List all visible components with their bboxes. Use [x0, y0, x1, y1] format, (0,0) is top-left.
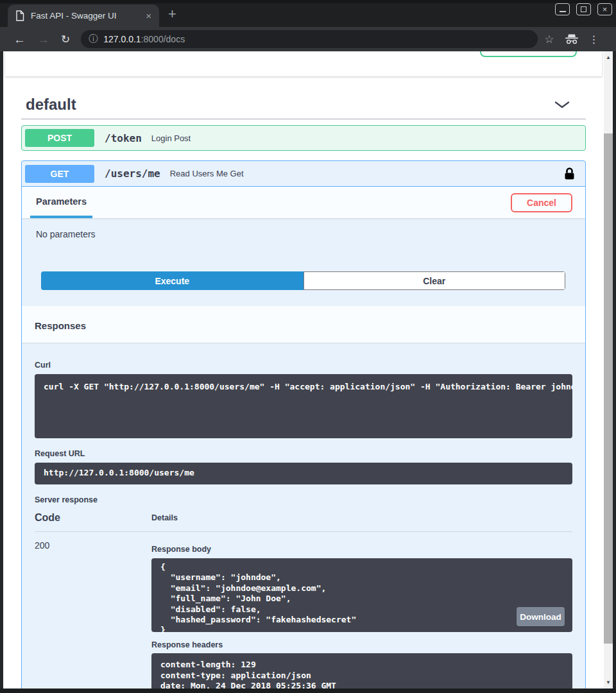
incognito-icon — [565, 34, 579, 44]
lock-icon[interactable] — [564, 167, 575, 180]
back-icon[interactable]: ← — [13, 33, 26, 46]
curl-label: Curl — [35, 361, 572, 370]
post-method-badge: POST — [25, 129, 94, 147]
site-info-icon[interactable]: ⓘ — [89, 33, 98, 45]
browser-tab[interactable]: Fast API - Swagger UI × — [8, 4, 159, 27]
forward-icon[interactable]: → — [37, 33, 49, 46]
code-column-header: Code — [35, 512, 151, 524]
status-code: 200 — [35, 540, 151, 689]
menu-dots-icon[interactable]: ⋮ — [589, 33, 599, 46]
page-scrollbar[interactable]: ▲ ▼ — [604, 51, 613, 689]
tag-title: default — [26, 96, 554, 114]
new-tab-button[interactable]: + — [168, 6, 176, 22]
response-headers-block: content-length: 129 content-type: applic… — [151, 653, 572, 689]
response-body-line: } — [160, 625, 563, 635]
minimize-button[interactable] — [555, 3, 570, 15]
window-bottom-border — [0, 689, 616, 693]
scroll-up-icon[interactable]: ▲ — [604, 55, 613, 60]
scrollbar-thumb[interactable] — [604, 133, 613, 644]
authorize-button[interactable] — [480, 51, 577, 57]
address-bar[interactable]: ⓘ 127.0.0.1 :8000/docs — [81, 30, 538, 48]
close-button[interactable]: × — [597, 3, 612, 15]
scheme-container — [5, 51, 602, 76]
response-body-line: "username": "johndoe", — [160, 572, 563, 583]
curl-command-block: curl -X GET "http://127.0.0.1:8000/users… — [35, 374, 572, 438]
details-column-header: Details — [151, 513, 178, 524]
opblock-get-users-me: GET /users/me Read Users Me Get Paramete… — [21, 160, 586, 689]
response-details: Response body { "username": "johndoe", "… — [151, 540, 572, 689]
response-header-line: date: Mon, 24 Dec 2018 05:25:36 GMT — [160, 681, 563, 689]
post-path: /token — [105, 132, 142, 144]
response-table-header: Code Details — [35, 512, 572, 524]
favicon-document-icon — [15, 10, 24, 21]
request-url-label: Request URL — [35, 449, 572, 458]
post-summary: Login Post — [151, 133, 585, 143]
no-parameters-text: No parameters — [22, 218, 585, 239]
request-url-value: http://127.0.0.1:8000/users/me — [44, 468, 563, 478]
window-controls: × — [555, 3, 612, 15]
get-path: /users/me — [105, 167, 160, 180]
response-body-label: Response body — [151, 545, 572, 554]
api-content: default POST /token Login Post GET — [21, 92, 586, 689]
browser-window: Fast API - Swagger UI × + × ← → ↻ ⓘ 127.… — [0, 0, 616, 693]
download-button[interactable]: Download — [517, 607, 565, 626]
get-summary: Read Users Me Get — [170, 169, 564, 178]
clear-button[interactable]: Clear — [304, 271, 565, 290]
table-divider — [35, 531, 572, 532]
minimize-icon — [560, 11, 566, 12]
response-row-200: 200 Response body { "username": "johndoe… — [35, 540, 572, 689]
server-response-label: Server response — [35, 495, 572, 504]
response-headers-label: Response headers — [151, 640, 572, 649]
reload-icon[interactable]: ↻ — [61, 34, 70, 45]
url-path: :8000/docs — [141, 34, 185, 44]
get-op-body: No parameters Execute Clear Responses Cu… — [22, 218, 585, 689]
cancel-button[interactable]: Cancel — [511, 193, 572, 212]
opblock-post-token[interactable]: POST /token Login Post — [21, 125, 586, 151]
swagger-page: default POST /token Login Post GET — [3, 51, 604, 689]
execute-row: Execute Clear — [41, 271, 565, 290]
url-host: 127.0.0.1 — [103, 34, 141, 44]
tag-divider — [21, 119, 586, 119]
responses-inner: Curl curl -X GET "http://127.0.0.1:8000/… — [22, 361, 585, 689]
response-body-block: { "username": "johndoe", "email": "johnd… — [151, 558, 572, 632]
response-header-line: content-length: 129 — [160, 660, 563, 671]
responses-section-title: Responses — [22, 306, 585, 343]
curl-command: curl -X GET "http://127.0.0.1:8000/users… — [44, 382, 563, 392]
request-url-block: http://127.0.0.1:8000/users/me — [35, 463, 572, 484]
response-body-line: "disabled": false, — [160, 604, 563, 615]
response-body-line: "hashed_password": "fakehashedsecret" — [160, 615, 563, 625]
get-op-header[interactable]: GET /users/me Read Users Me Get — [22, 161, 585, 187]
response-body-line: "full_name": "John Doe", — [160, 594, 563, 604]
maximize-button[interactable] — [576, 3, 591, 15]
toolbar-right: ☆ ⋮ — [544, 33, 599, 46]
chevron-down-icon[interactable] — [554, 101, 570, 108]
tab-parameters[interactable]: Parameters — [30, 187, 92, 218]
maximize-icon — [581, 6, 586, 12]
bookmark-star-icon[interactable]: ☆ — [544, 33, 554, 46]
get-method-badge: GET — [25, 165, 94, 183]
tag-section-header[interactable]: default — [21, 92, 586, 117]
execute-button[interactable]: Execute — [41, 271, 304, 290]
response-body-line: "email": "johndoe@example.com", — [160, 583, 563, 594]
scroll-down-icon[interactable]: ▼ — [604, 680, 613, 685]
tab-close-icon[interactable]: × — [146, 10, 151, 21]
browser-toolbar: ← → ↻ ⓘ 127.0.0.1 :8000/docs ☆ ⋮ — [0, 27, 616, 51]
response-body-line: { — [160, 562, 563, 572]
close-icon: × — [603, 4, 608, 14]
parameters-section-header: Parameters Cancel — [22, 187, 585, 218]
response-header-line: content-type: application/json — [160, 671, 563, 681]
page-viewport: default POST /token Login Post GET — [3, 51, 613, 689]
title-bar: Fast API - Swagger UI × + × — [0, 0, 616, 27]
tab-title: Fast API - Swagger UI — [31, 11, 142, 21]
